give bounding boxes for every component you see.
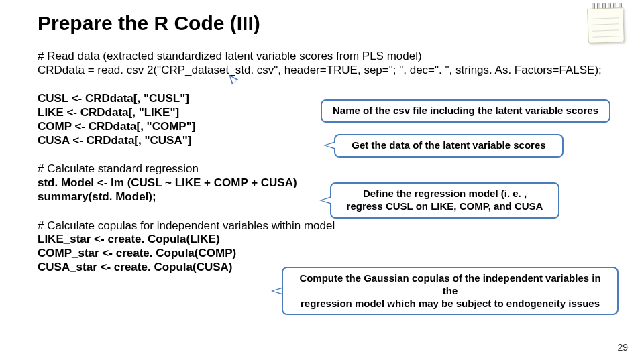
code-line: LIKE_star <- create. Copula(LIKE) — [38, 233, 606, 247]
code-line: # Calculate copulas for independent vari… — [38, 219, 606, 233]
callout-copulas: Compute the Gaussian copulas of the inde… — [282, 267, 619, 315]
page-number: 29 — [617, 342, 628, 353]
callout-tail-icon — [319, 196, 331, 204]
callout-text: Get the data of the latent variable scor… — [352, 139, 545, 151]
callout-tail-icon — [271, 287, 283, 295]
callout-tail-icon — [323, 141, 335, 149]
slide-title: Prepare the R Code (III) — [38, 12, 260, 35]
callout-text: regress CUSL on LIKE, COMP, and CUSA — [347, 200, 543, 212]
callout-text: Name of the csv file including the laten… — [333, 105, 598, 116]
callout-text: Define the regression model (i. e. , — [363, 188, 527, 199]
code-block-read-data: # Read data (extracted standardized late… — [38, 50, 606, 77]
callout-regression: Define the regression model (i. e. , reg… — [330, 182, 559, 219]
callout-text: regression model which may be subject to… — [301, 298, 600, 309]
notepad-icon — [588, 3, 625, 40]
code-line: CRDdata = read. csv 2("CRP_dataset_std. … — [38, 64, 606, 78]
code-line: COMP_star <- create. Copula(COMP) — [38, 247, 606, 261]
callout-get-data: Get the data of the latent variable scor… — [334, 134, 564, 158]
slide-content: # Read data (extracted standardized late… — [38, 50, 606, 287]
code-line: # Calculate standard regression — [38, 162, 606, 176]
callout-csv-name: Name of the csv file including the laten… — [321, 99, 610, 123]
callout-text: Compute the Gaussian copulas of the inde… — [299, 272, 600, 296]
code-line: # Read data (extracted standardized late… — [38, 50, 606, 64]
